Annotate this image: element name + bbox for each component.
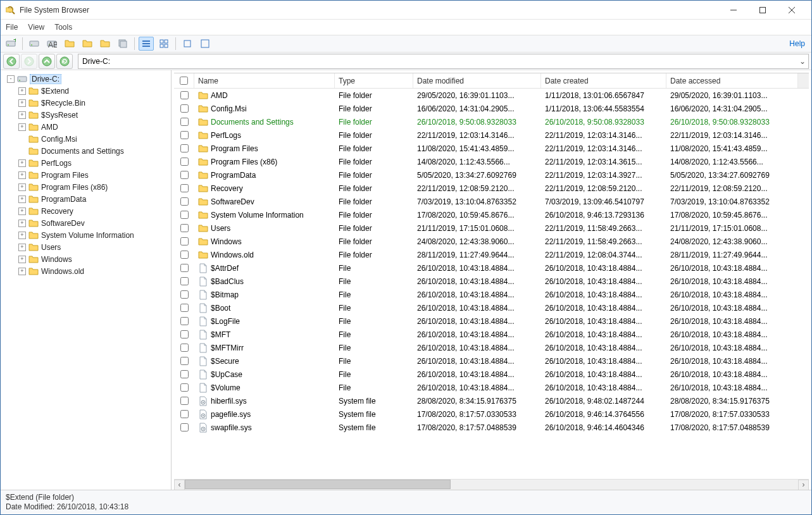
- column-type[interactable]: Type: [335, 73, 413, 88]
- row-checkbox[interactable]: [180, 264, 189, 272]
- tree-node[interactable]: Documents and Settings: [2, 145, 170, 157]
- tree-node[interactable]: +$Recycle.Bin: [2, 97, 170, 109]
- view-grid-button[interactable]: [156, 37, 172, 51]
- table-row[interactable]: System Volume InformationFile folder17/0…: [174, 208, 809, 221]
- table-row[interactable]: $MFTMirrFile26/10/2018, 10:43:18.4884...…: [174, 341, 809, 354]
- table-row[interactable]: $VolumeFile26/10/2018, 10:43:18.4884...2…: [174, 381, 809, 394]
- table-row[interactable]: AMDFile folder29/05/2020, 16:39:01.1103.…: [174, 89, 809, 102]
- row-checkbox[interactable]: [180, 144, 189, 152]
- expander-icon[interactable]: +: [18, 268, 26, 275]
- tree-node[interactable]: +SoftwareDev: [2, 217, 170, 229]
- horizontal-scrollbar[interactable]: ‹ ›: [174, 479, 809, 490]
- tree-node[interactable]: +$Extend: [2, 85, 170, 97]
- table-row[interactable]: $AttrDefFile26/10/2018, 10:43:18.4884...…: [174, 261, 809, 275]
- table-row[interactable]: PerfLogsFile folder22/11/2019, 12:03:14.…: [174, 128, 809, 142]
- list-body[interactable]: AMDFile folder29/05/2020, 16:39:01.1103.…: [174, 89, 809, 479]
- tool-folder1-button[interactable]: [62, 37, 77, 51]
- help-link[interactable]: Help: [789, 39, 809, 48]
- tree-node[interactable]: +Program Files (x86): [2, 181, 170, 193]
- path-input[interactable]: Drive-C: ⌄: [78, 54, 809, 69]
- expander-icon[interactable]: +: [18, 220, 26, 227]
- table-row[interactable]: $BadClusFile26/10/2018, 10:43:18.4884...…: [174, 275, 809, 288]
- tree-node[interactable]: +PerfLogs: [2, 157, 170, 169]
- column-date-modified[interactable]: Date modified: [413, 73, 541, 88]
- row-checkbox[interactable]: [180, 370, 189, 378]
- expander-icon[interactable]: +: [18, 195, 26, 203]
- table-row[interactable]: Config.MsiFile folder16/06/2020, 14:31:0…: [174, 102, 809, 115]
- nav-back-button[interactable]: [3, 54, 20, 69]
- folder-tree[interactable]: -Drive-C:+$Extend+$Recycle.Bin+$SysReset…: [1, 70, 172, 490]
- scroll-right-button[interactable]: ›: [798, 480, 809, 490]
- maximize-button[interactable]: [748, 1, 777, 20]
- table-row[interactable]: $BitmapFile26/10/2018, 10:43:18.4884...2…: [174, 288, 809, 301]
- table-row[interactable]: RecoveryFile folder22/11/2019, 12:08:59.…: [174, 182, 809, 195]
- table-row[interactable]: hiberfil.sysSystem file28/08/2020, 8:34:…: [174, 394, 809, 407]
- row-checkbox[interactable]: [180, 197, 189, 206]
- chevron-down-icon[interactable]: ⌄: [799, 57, 806, 66]
- expander-icon[interactable]: +: [18, 159, 26, 167]
- row-checkbox[interactable]: [180, 383, 189, 392]
- table-row[interactable]: swapfile.sysSystem file17/08/2020, 8:17:…: [174, 421, 809, 434]
- row-checkbox[interactable]: [180, 277, 189, 285]
- view-medium-button[interactable]: [180, 37, 195, 51]
- menu-view[interactable]: View: [28, 23, 44, 32]
- row-checkbox[interactable]: [180, 131, 189, 139]
- row-checkbox[interactable]: [180, 410, 189, 418]
- add-drive-button[interactable]: +: [3, 37, 18, 51]
- tree-node[interactable]: +ProgramData: [2, 193, 170, 205]
- column-date-accessed[interactable]: Date accessed: [666, 73, 809, 88]
- tree-node[interactable]: +$SysReset: [2, 109, 170, 121]
- row-checkbox[interactable]: [180, 237, 189, 245]
- view-details-button[interactable]: [139, 37, 154, 51]
- tree-node[interactable]: Config.Msi: [2, 133, 170, 145]
- tree-node[interactable]: +AMD: [2, 121, 170, 133]
- row-checkbox[interactable]: [180, 104, 189, 113]
- row-checkbox[interactable]: [180, 184, 189, 192]
- row-checkbox[interactable]: [180, 171, 189, 179]
- expander-icon[interactable]: +: [18, 123, 26, 131]
- scroll-left-button[interactable]: ‹: [174, 480, 185, 490]
- tree-node[interactable]: +Program Files: [2, 169, 170, 181]
- table-row[interactable]: $BootFile26/10/2018, 10:43:18.4884...26/…: [174, 301, 809, 314]
- close-button[interactable]: [777, 1, 806, 20]
- row-checkbox[interactable]: [180, 290, 189, 299]
- table-row[interactable]: $MFTFile26/10/2018, 10:43:18.4884...26/1…: [174, 328, 809, 341]
- column-name[interactable]: Name: [194, 73, 335, 88]
- menu-tools[interactable]: Tools: [54, 23, 72, 32]
- row-checkbox[interactable]: [180, 330, 189, 338]
- row-checkbox[interactable]: [180, 397, 189, 405]
- select-all-checkbox[interactable]: [180, 77, 188, 85]
- expander-icon[interactable]: +: [18, 208, 26, 215]
- row-checkbox[interactable]: [180, 211, 189, 219]
- column-date-created[interactable]: Date created: [541, 73, 666, 88]
- view-large-button[interactable]: [197, 37, 213, 51]
- menu-file[interactable]: File: [6, 23, 18, 32]
- tree-node[interactable]: +Windows: [2, 253, 170, 265]
- expander-icon[interactable]: +: [18, 171, 26, 179]
- table-row[interactable]: $LogFileFile26/10/2018, 10:43:18.4884...…: [174, 314, 809, 328]
- row-checkbox[interactable]: [180, 158, 189, 166]
- expander-icon[interactable]: +: [18, 244, 26, 251]
- tree-node[interactable]: +System Volume Information: [2, 229, 170, 241]
- table-row[interactable]: UsersFile folder21/11/2019, 17:15:01.060…: [174, 221, 809, 235]
- tree-node[interactable]: +Windows.old: [2, 265, 170, 277]
- nav-forward-button[interactable]: [21, 54, 37, 69]
- tree-node[interactable]: -Drive-C:: [2, 73, 170, 85]
- row-checkbox[interactable]: [180, 423, 189, 431]
- table-row[interactable]: pagefile.sysSystem file17/08/2020, 8:17:…: [174, 407, 809, 421]
- table-row[interactable]: $SecureFile26/10/2018, 10:43:18.4884...2…: [174, 354, 809, 368]
- tool-drive-button[interactable]: [27, 37, 42, 51]
- expander-icon[interactable]: +: [18, 232, 26, 239]
- scroll-thumb[interactable]: [185, 480, 451, 489]
- row-checkbox[interactable]: [180, 304, 189, 312]
- tool-abc-button[interactable]: ABC: [44, 37, 59, 51]
- table-row[interactable]: ProgramDataFile folder5/05/2020, 13:34:2…: [174, 168, 809, 182]
- tree-node[interactable]: +Recovery: [2, 205, 170, 217]
- tool-folder3-button[interactable]: [97, 37, 113, 51]
- row-checkbox[interactable]: [180, 344, 189, 352]
- row-checkbox[interactable]: [180, 357, 189, 365]
- table-row[interactable]: Program FilesFile folder11/08/2020, 15:4…: [174, 142, 809, 155]
- nav-refresh-button[interactable]: [56, 54, 73, 69]
- table-row[interactable]: SoftwareDevFile folder7/03/2019, 13:10:0…: [174, 195, 809, 208]
- table-row[interactable]: Documents and SettingsFile folder26/10/2…: [174, 115, 809, 128]
